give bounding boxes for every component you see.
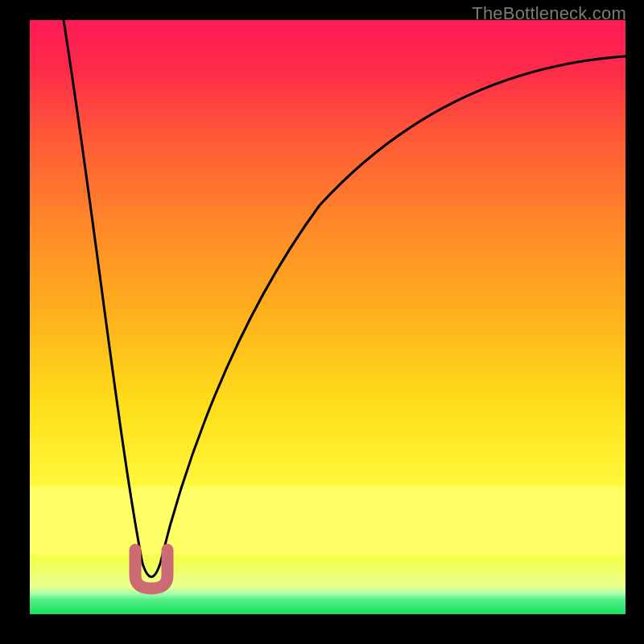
bottleneck-curve-plot bbox=[30, 20, 625, 614]
watermark-text: TheBottleneck.com bbox=[472, 3, 626, 24]
gradient-background bbox=[30, 20, 625, 614]
chart-frame: TheBottleneck.com bbox=[0, 0, 644, 644]
